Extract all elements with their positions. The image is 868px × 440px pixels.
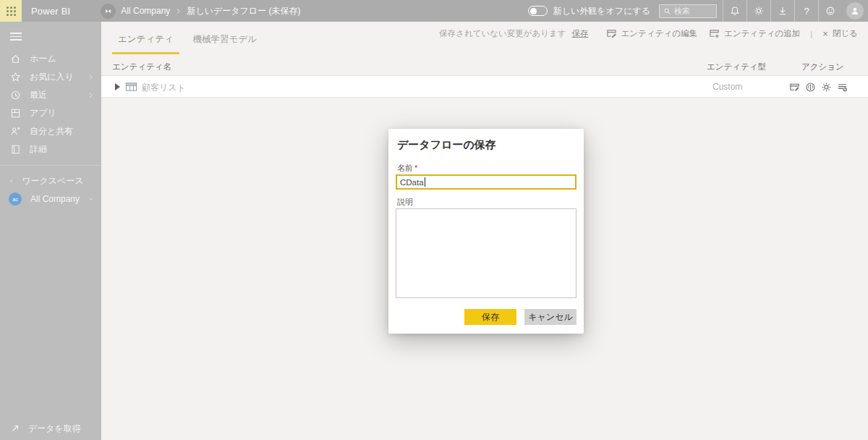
- gear-icon: [821, 82, 832, 93]
- sidebar-item-favorites[interactable]: お気に入り: [0, 68, 101, 86]
- clock-icon: [10, 90, 21, 101]
- save-dataflow-dialog: データフローの保存 名前* CData 説明 保存 キャンセル: [388, 129, 584, 334]
- sidebar-item-current-workspace[interactable]: ac All Company: [0, 190, 101, 208]
- sidebar-item-home[interactable]: ホーム: [0, 50, 101, 68]
- column-entity-type: エンティティ型: [707, 62, 766, 72]
- dialog-title: データフローの保存: [397, 138, 496, 152]
- dataflow-name-input[interactable]: CData: [396, 174, 576, 190]
- sidebar-item-shared-with-me[interactable]: 自分と共有: [0, 122, 101, 140]
- search-placeholder: 検索: [674, 6, 690, 17]
- person-icon: [850, 6, 860, 16]
- power-bi-screen: Power BI All Company 新しいデータフロー (未保存) 新しい…: [0, 0, 868, 440]
- notifications-button[interactable]: [723, 0, 746, 22]
- get-data-button[interactable]: データを取得: [0, 417, 101, 440]
- chevron-right-icon: [93, 178, 94, 185]
- ai-insights-button[interactable]: [804, 81, 816, 93]
- topbar-actions: 新しい外観をオフにする 検索 ?: [528, 0, 868, 22]
- search-input[interactable]: 検索: [659, 4, 717, 18]
- save-button[interactable]: 保存: [464, 309, 516, 325]
- edit-entity-icon: [789, 82, 800, 93]
- feedback-button[interactable]: [819, 0, 842, 22]
- chevron-down-icon: [88, 195, 94, 203]
- new-look-toggle-label: 新しい外観をオフにする: [553, 5, 650, 17]
- workspaces-icon: [10, 176, 13, 187]
- entity-settings-button[interactable]: [820, 81, 832, 93]
- editor-toolbar: 保存されていない変更があります 保存 エンティティの編集 エンティティの追加 |…: [439, 28, 858, 39]
- sidebar-item-apps[interactable]: アプリ: [0, 104, 101, 122]
- description-label: 説明: [397, 197, 413, 208]
- org-logo-icon: [104, 7, 112, 15]
- chevron-right-icon: [88, 92, 94, 98]
- chevron-right-icon: [88, 74, 94, 80]
- tab-ml-models[interactable]: 機械学習モデル: [187, 32, 263, 54]
- breadcrumb-org[interactable]: All Company: [121, 6, 170, 16]
- book-icon: [10, 144, 21, 155]
- help-button[interactable]: ?: [795, 0, 818, 22]
- entity-name: 顧客リスト: [142, 82, 186, 94]
- download-icon: [778, 6, 788, 16]
- text-caret: [425, 177, 425, 187]
- org-avatar[interactable]: [101, 4, 116, 19]
- unsaved-changes-text: 保存されていない変更があります: [439, 28, 566, 39]
- entity-tabs: エンティティ 機械学習モデル: [112, 32, 263, 54]
- search-icon: [663, 7, 671, 15]
- table-row[interactable]: 顧客リスト Custom: [101, 75, 868, 98]
- nav-collapse-button[interactable]: [0, 22, 101, 50]
- brain-icon: [805, 82, 816, 93]
- waffle-icon: [7, 7, 16, 16]
- edit-entity-button[interactable]: [788, 81, 800, 93]
- sidebar-item-workspaces[interactable]: ワークスペース: [0, 172, 101, 190]
- workspace-avatar: ac: [9, 192, 22, 206]
- apps-icon: [10, 108, 21, 119]
- download-button[interactable]: [771, 0, 794, 22]
- chevron-right-icon: [175, 8, 182, 14]
- toolbar-divider: |: [810, 30, 812, 38]
- expand-row-icon[interactable]: [115, 83, 120, 90]
- add-table-icon: [709, 28, 720, 39]
- cancel-button[interactable]: キャンセル: [524, 309, 576, 325]
- home-icon: [10, 54, 21, 64]
- app-launcher-button[interactable]: [0, 0, 22, 22]
- nav-pane: ホーム お気に入り 最近 アプリ 自分と共有 詳細 ワークスペース: [0, 22, 101, 440]
- account-button[interactable]: [842, 0, 868, 22]
- toggle-knob: [530, 8, 537, 14]
- close-icon: ×: [822, 28, 828, 39]
- required-asterisk: *: [414, 164, 417, 172]
- brand-title: Power BI: [31, 6, 70, 17]
- row-actions: [788, 81, 848, 93]
- dataflow-description-input[interactable]: [396, 208, 576, 298]
- entity-type: Custom: [712, 82, 742, 92]
- gear-icon: [754, 6, 764, 16]
- dataflow-name-value: CData: [400, 178, 424, 187]
- entity-table-header: エンティティ名 エンティティ型 アクション: [101, 59, 868, 75]
- incremental-refresh-button[interactable]: [836, 81, 848, 93]
- breadcrumb: All Company 新しいデータフロー (未保存): [101, 4, 300, 19]
- column-actions: アクション: [801, 62, 844, 72]
- top-bar: Power BI All Company 新しいデータフロー (未保存) 新しい…: [0, 0, 868, 22]
- sidebar-item-learn[interactable]: 詳細: [0, 140, 101, 158]
- settings-button[interactable]: [747, 0, 770, 22]
- save-link[interactable]: 保存: [572, 28, 589, 39]
- shared-people-icon: [10, 126, 21, 137]
- sidebar-item-recent[interactable]: 最近: [0, 86, 101, 104]
- close-button[interactable]: × 閉じる: [822, 28, 858, 39]
- list-clock-icon: [837, 82, 848, 93]
- column-entity-name: エンティティ名: [112, 62, 171, 72]
- smiley-icon: [825, 6, 835, 16]
- edit-table-icon: [606, 28, 617, 39]
- sidebar-divider: [0, 165, 101, 166]
- new-look-toggle[interactable]: [528, 6, 548, 16]
- edit-entities-button[interactable]: エンティティの編集: [606, 28, 697, 39]
- bell-icon: [730, 6, 740, 16]
- star-icon: [10, 72, 21, 82]
- arrow-up-right-icon: [10, 423, 20, 433]
- entity-table-icon: [125, 81, 137, 93]
- tab-entities[interactable]: エンティティ: [112, 32, 179, 54]
- question-icon: ?: [804, 6, 809, 17]
- name-label: 名前*: [397, 163, 417, 174]
- add-entities-button[interactable]: エンティティの追加: [709, 28, 800, 39]
- breadcrumb-page: 新しいデータフロー (未保存): [187, 5, 300, 17]
- avatar: [846, 2, 864, 20]
